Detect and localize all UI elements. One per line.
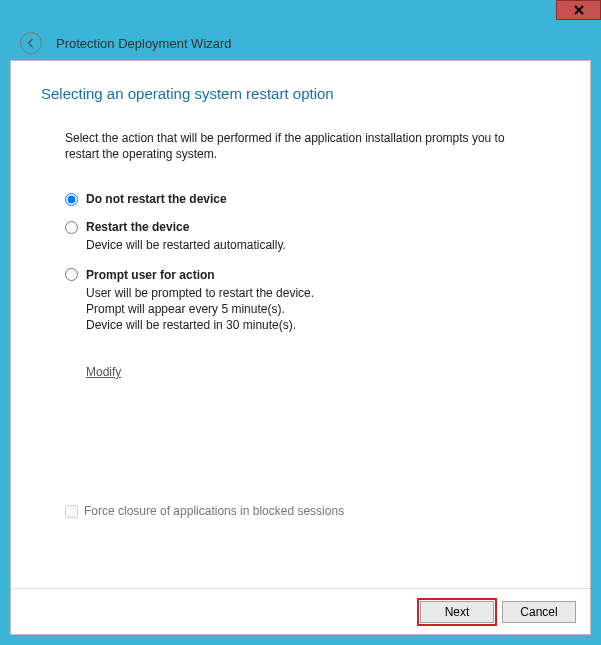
option-label: Do not restart the device — [86, 192, 227, 206]
option-prompt: Prompt user for action User will be prom… — [65, 268, 560, 334]
content-panel: Selecting an operating system restart op… — [10, 60, 591, 635]
option-restart: Restart the device Device will be restar… — [65, 220, 560, 253]
next-highlight: Next — [420, 601, 494, 623]
option-description-line: User will be prompted to restart the dev… — [86, 285, 560, 301]
instruction-text: Select the action that will be performed… — [65, 130, 525, 162]
option-description: Device will be restarted automatically. — [86, 237, 560, 253]
radio-restart[interactable] — [65, 221, 78, 234]
option-row[interactable]: Restart the device — [65, 220, 560, 234]
option-description-line: Device will be restarted in 30 minute(s)… — [86, 317, 560, 333]
option-do-not-restart: Do not restart the device — [65, 192, 560, 206]
force-closure-label: Force closure of applications in blocked… — [84, 504, 344, 518]
close-icon — [574, 5, 584, 15]
force-closure-checkbox[interactable] — [65, 505, 78, 518]
wizard-footer: Next Cancel — [11, 588, 590, 634]
back-button[interactable] — [20, 32, 42, 54]
modify-link[interactable]: Modify — [86, 365, 121, 379]
option-label: Prompt user for action — [86, 268, 215, 282]
option-description: User will be prompted to restart the dev… — [86, 285, 560, 334]
option-row[interactable]: Do not restart the device — [65, 192, 560, 206]
option-description-line: Prompt will appear every 5 minute(s). — [86, 301, 560, 317]
close-button[interactable] — [556, 0, 601, 20]
radio-prompt[interactable] — [65, 268, 78, 281]
window-title: Protection Deployment Wizard — [56, 36, 232, 51]
cancel-button[interactable]: Cancel — [502, 601, 576, 623]
wizard-header: Protection Deployment Wizard — [10, 28, 591, 58]
restart-options: Do not restart the device Restart the de… — [65, 192, 560, 333]
back-arrow-icon — [25, 37, 37, 49]
titlebar — [0, 0, 601, 28]
radio-do-not-restart[interactable] — [65, 193, 78, 206]
page-title: Selecting an operating system restart op… — [41, 85, 560, 102]
force-closure-row[interactable]: Force closure of applications in blocked… — [65, 504, 344, 518]
option-row[interactable]: Prompt user for action — [65, 268, 560, 282]
next-button[interactable]: Next — [420, 601, 494, 623]
option-label: Restart the device — [86, 220, 189, 234]
